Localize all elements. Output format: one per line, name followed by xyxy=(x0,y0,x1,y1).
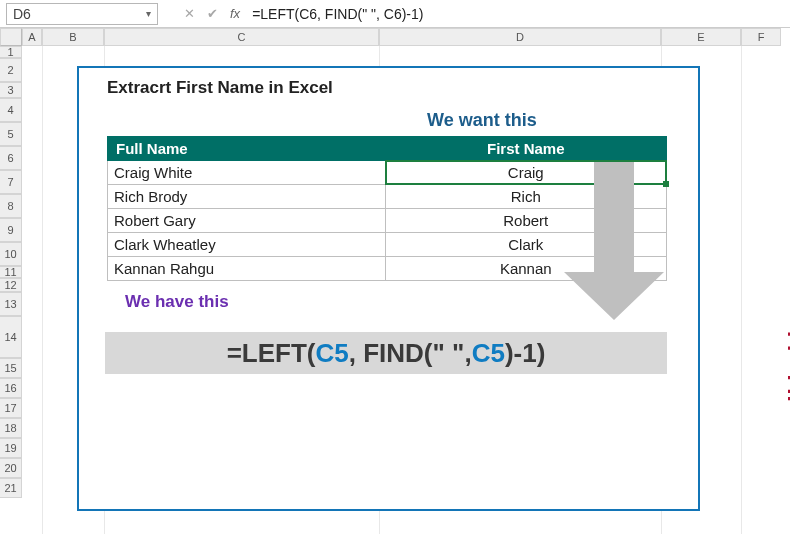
formula-bar-input[interactable]: =LEFT(C6, FIND(" ", C6)-1) xyxy=(246,6,790,22)
cell-full-name[interactable]: Clark Wheatley xyxy=(108,233,386,257)
header-full-name: Full Name xyxy=(108,137,386,161)
name-box[interactable]: D6 ▾ xyxy=(6,3,158,25)
column-header[interactable]: C xyxy=(104,28,379,46)
column-header[interactable]: A xyxy=(22,28,42,46)
formula-bar-area: D6 ▾ ✕ ✔ fx =LEFT(C6, FIND(" ", C6)-1) xyxy=(0,0,790,28)
row-header[interactable]: 21 xyxy=(0,478,22,498)
cancel-icon[interactable]: ✕ xyxy=(184,6,195,21)
row-header[interactable]: 12 xyxy=(0,278,22,292)
accept-icon[interactable]: ✔ xyxy=(207,6,218,21)
cell-full-name[interactable]: Kannan Rahgu xyxy=(108,257,386,281)
row-header[interactable]: 20 xyxy=(0,458,22,478)
row-header[interactable]: 5 xyxy=(0,122,22,146)
row-header[interactable]: 9 xyxy=(0,218,22,242)
row-header[interactable]: 17 xyxy=(0,398,22,418)
row-header[interactable]: 4 xyxy=(0,98,22,122)
row-header[interactable]: 13 xyxy=(0,292,22,316)
table-header-row: Full Name First Name xyxy=(108,137,667,161)
name-box-value: D6 xyxy=(13,3,31,25)
row-header[interactable]: 19 xyxy=(0,438,22,458)
watermark: wikitekkee xyxy=(784,296,790,421)
cell-ref: C5 xyxy=(316,338,349,369)
row-header[interactable]: 1 xyxy=(0,46,22,58)
row-header[interactable]: 18 xyxy=(0,418,22,438)
page-title: Extracrt First Name in Excel xyxy=(107,78,333,98)
header-first-name: First Name xyxy=(385,137,666,161)
formula-text: =LEFT( xyxy=(227,338,316,369)
formula-bar-buttons: ✕ ✔ fx xyxy=(178,6,246,21)
grid-area[interactable]: A B C D E F Extracrt First Name in Excel… xyxy=(22,28,790,534)
cell-full-name[interactable]: Craig White xyxy=(108,161,386,185)
content-board: Extracrt First Name in Excel We want thi… xyxy=(77,66,700,511)
chevron-down-icon[interactable]: ▾ xyxy=(146,3,151,25)
fx-icon[interactable]: fx xyxy=(230,6,240,21)
formula-text: )-1) xyxy=(505,338,545,369)
row-header[interactable]: 8 xyxy=(0,194,22,218)
column-header[interactable]: D xyxy=(379,28,661,46)
column-header[interactable]: F xyxy=(741,28,781,46)
row-header[interactable]: 2 xyxy=(0,58,22,82)
gridline xyxy=(42,46,43,534)
cell-full-name[interactable]: Rich Brody xyxy=(108,185,386,209)
formula-text: , FIND(" ", xyxy=(349,338,472,369)
row-headers: 1 2 3 4 5 6 7 8 9 10 11 12 13 14 15 16 1… xyxy=(0,28,22,534)
example-formula: =LEFT( C5 , FIND(" ", C5 )-1) xyxy=(105,332,667,374)
row-header[interactable]: 3 xyxy=(0,82,22,98)
cell-ref: C5 xyxy=(472,338,505,369)
worksheet: 1 2 3 4 5 6 7 8 9 10 11 12 13 14 15 16 1… xyxy=(0,28,790,534)
want-label: We want this xyxy=(427,110,537,131)
cells-area[interactable]: Extracrt First Name in Excel We want thi… xyxy=(22,46,790,534)
row-header[interactable]: 14 xyxy=(0,316,22,358)
have-label: We have this xyxy=(125,292,229,312)
arrow-down-icon xyxy=(559,162,669,322)
row-header[interactable]: 11 xyxy=(0,266,22,278)
row-header[interactable]: 7 xyxy=(0,170,22,194)
row-header[interactable]: 10 xyxy=(0,242,22,266)
column-headers: A B C D E F xyxy=(22,28,790,46)
select-all-corner[interactable] xyxy=(0,28,22,46)
column-header[interactable]: E xyxy=(661,28,741,46)
row-header[interactable]: 16 xyxy=(0,378,22,398)
column-header[interactable]: B xyxy=(42,28,104,46)
gridline xyxy=(741,46,742,534)
cell-full-name[interactable]: Robert Gary xyxy=(108,209,386,233)
row-header[interactable]: 15 xyxy=(0,358,22,378)
row-header[interactable]: 6 xyxy=(0,146,22,170)
